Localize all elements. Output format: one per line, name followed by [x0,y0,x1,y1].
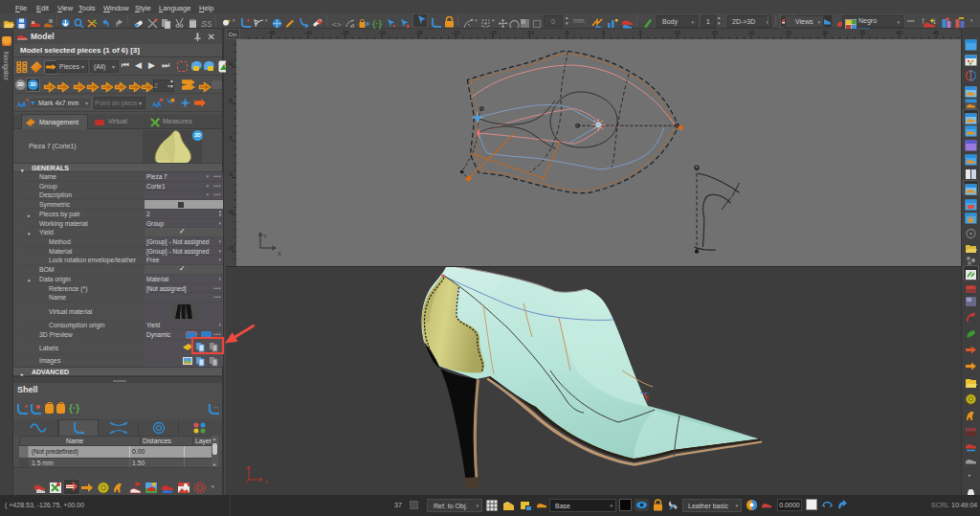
svg-text:Y: Y [263,234,267,239]
svg-text:<>: <> [332,20,342,29]
svg-text:35: 35 [859,30,865,35]
svg-text:15: 15 [711,30,717,35]
svg-text:SS: SS [201,19,212,29]
svg-text:{·}: {·} [372,19,382,29]
svg-text:45: 45 [933,30,939,35]
svg-text:-5: -5 [565,30,569,35]
svg-text:-10: -10 [526,30,534,35]
svg-text:-45: -45 [267,30,275,35]
svg-text:...: ... [213,403,218,409]
svg-text:10: 10 [675,30,680,35]
svg-text:x: x [265,479,268,484]
svg-text:-35: -35 [342,30,349,35]
svg-text:0: 0 [602,30,605,35]
svg-text:+: + [246,17,250,24]
svg-text:5: 5 [230,98,233,103]
svg-text:5: 5 [639,30,642,35]
svg-text:25: 25 [786,30,791,35]
svg-text:-40: -40 [304,30,312,35]
svg-text:30: 30 [822,30,828,35]
svg-text:-15: -15 [227,245,234,251]
svg-text:+: + [24,403,29,411]
svg-text:-5: -5 [229,171,234,177]
svg-text:-20: -20 [452,30,459,35]
svg-text:0: 0 [230,135,233,141]
svg-text:-10: -10 [227,209,234,214]
svg-text:-30: -30 [378,30,386,35]
svg-text:20: 20 [748,30,754,35]
svg-text:-25: -25 [415,30,423,35]
svg-text:-15: -15 [489,30,497,35]
svg-text:X: X [278,251,281,257]
svg-text:10: 10 [228,60,234,66]
svg-text:40: 40 [896,30,902,35]
